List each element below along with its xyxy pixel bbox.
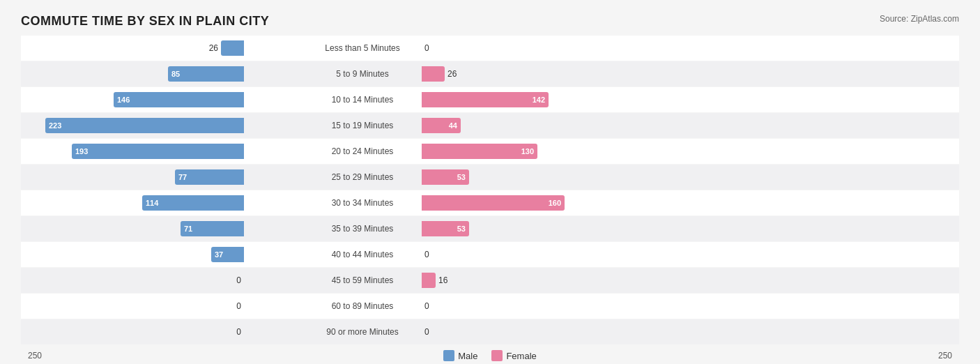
bar-row: 114 30 to 34 Minutes 160: [21, 190, 959, 215]
right-section: 130: [422, 139, 704, 164]
female-value-inside: 160: [549, 199, 561, 207]
female-value-inside: 130: [521, 147, 534, 156]
bar-male: [221, 40, 244, 56]
right-section: 142: [422, 87, 704, 112]
right-section: 160: [422, 190, 704, 215]
female-bar-group: 16: [422, 273, 447, 288]
left-section: 85: [21, 61, 303, 86]
bar-male: 223: [45, 118, 244, 133]
row-label: 45 to 59 Minutes: [303, 275, 422, 285]
female-bar-group: 0: [422, 40, 429, 56]
bar-row: 0 60 to 89 Minutes 0: [21, 294, 959, 319]
right-section: 0: [422, 294, 704, 319]
bar-female: [422, 273, 436, 288]
male-bar-group: 26: [209, 40, 244, 56]
bar-male: 71: [181, 221, 244, 236]
legend-male: Male: [443, 350, 477, 361]
right-section: 0: [422, 36, 704, 61]
row-label: 35 to 39 Minutes: [303, 224, 422, 234]
row-label: 25 to 29 Minutes: [303, 172, 422, 182]
scale-left: 250: [28, 351, 56, 361]
bar-female: 130: [422, 144, 537, 159]
left-section: 77: [21, 165, 303, 190]
male-value-outside: 0: [236, 275, 241, 285]
right-section: 44: [422, 113, 704, 138]
row-label: 60 to 89 Minutes: [303, 301, 422, 311]
bar-male: 77: [175, 169, 244, 185]
row-label: 20 to 24 Minutes: [303, 146, 422, 156]
right-section: 53: [422, 216, 704, 241]
bar-row: 146 10 to 14 Minutes 142: [21, 87, 959, 112]
bar-male: 193: [72, 144, 244, 159]
left-section: 223: [21, 113, 303, 138]
scale-right: 250: [924, 351, 952, 361]
chart-container: COMMUTE TIME BY SEX IN PLAIN CITY Source…: [21, 14, 959, 361]
bar-row: 77 25 to 29 Minutes 53: [21, 165, 959, 190]
female-value-inside: 44: [449, 121, 457, 130]
left-section: 146: [21, 87, 303, 112]
bar-male: 114: [142, 195, 244, 211]
legend-female: Female: [491, 350, 536, 361]
left-section: 193: [21, 139, 303, 164]
bar-male: 146: [114, 92, 244, 107]
female-value-inside: 53: [457, 173, 466, 181]
female-value-inside: 53: [457, 225, 466, 233]
female-value-outside: 0: [424, 250, 429, 259]
male-value-inside: 37: [215, 250, 223, 259]
bar-row: 85 5 to 9 Minutes 26: [21, 61, 959, 86]
female-bar-group: 0: [422, 324, 429, 340]
bar-female: 53: [422, 221, 469, 236]
male-bar-group: 0: [236, 273, 244, 288]
left-section: 0: [21, 294, 303, 319]
bar-female: 53: [422, 169, 469, 185]
bar-row: 193 20 to 24 Minutes 130: [21, 139, 959, 164]
male-value-inside: 77: [178, 173, 187, 181]
bar-row: 37 40 to 44 Minutes 0: [21, 242, 959, 267]
male-value-inside: 85: [171, 70, 180, 78]
female-value-outside: 0: [424, 43, 429, 53]
chart-source: Source: ZipAtlas.com: [880, 14, 959, 24]
row-label: 40 to 44 Minutes: [303, 250, 422, 259]
female-bar-group: 0: [422, 298, 429, 314]
row-label: 10 to 14 Minutes: [303, 95, 422, 105]
legend-male-label: Male: [458, 351, 477, 361]
bar-male: 37: [211, 247, 244, 262]
row-label: 30 to 34 Minutes: [303, 198, 422, 208]
bar-female: 160: [422, 195, 565, 211]
legend-female-box: [491, 350, 503, 361]
row-label: Less than 5 Minutes: [303, 43, 422, 53]
left-section: 0: [21, 319, 303, 344]
male-bar-group: 0: [236, 324, 244, 340]
bar-female: 44: [422, 118, 461, 133]
female-bar-group: 26: [422, 66, 457, 82]
right-section: 0: [422, 242, 704, 267]
male-value-outside: 0: [236, 327, 241, 337]
left-section: 37: [21, 242, 303, 267]
male-value-inside: 146: [117, 96, 130, 104]
female-value-outside: 16: [438, 275, 447, 285]
right-section: 53: [422, 165, 704, 190]
chart-footer: 250 Male Female 250: [21, 350, 959, 361]
female-value-outside: 26: [447, 69, 457, 79]
right-section: 0: [422, 319, 704, 344]
chart-area: 26 Less than 5 Minutes 0 85 5 to 9 Minut…: [21, 36, 959, 344]
chart-title: COMMUTE TIME BY SEX IN PLAIN CITY: [21, 14, 269, 29]
right-section: 26: [422, 61, 704, 86]
male-value-outside: 26: [209, 43, 218, 53]
bar-row: 0 90 or more Minutes 0: [21, 319, 959, 344]
male-value-inside: 114: [146, 199, 158, 207]
male-value-inside: 223: [49, 121, 61, 130]
female-value-outside: 0: [424, 301, 429, 311]
bar-row: 0 45 to 59 Minutes 16: [21, 268, 959, 293]
legend-male-box: [443, 350, 454, 361]
left-section: 0: [21, 268, 303, 293]
bar-row: 71 35 to 39 Minutes 53: [21, 216, 959, 241]
legend-female-label: Female: [506, 351, 536, 361]
bar-female: 142: [422, 92, 549, 107]
row-label: 90 or more Minutes: [303, 327, 422, 337]
legend: Male Female: [443, 350, 537, 361]
bar-row: 223 15 to 19 Minutes 44: [21, 113, 959, 138]
left-section: 71: [21, 216, 303, 241]
male-value-outside: 0: [236, 301, 241, 311]
male-bar-group: 0: [236, 298, 244, 314]
